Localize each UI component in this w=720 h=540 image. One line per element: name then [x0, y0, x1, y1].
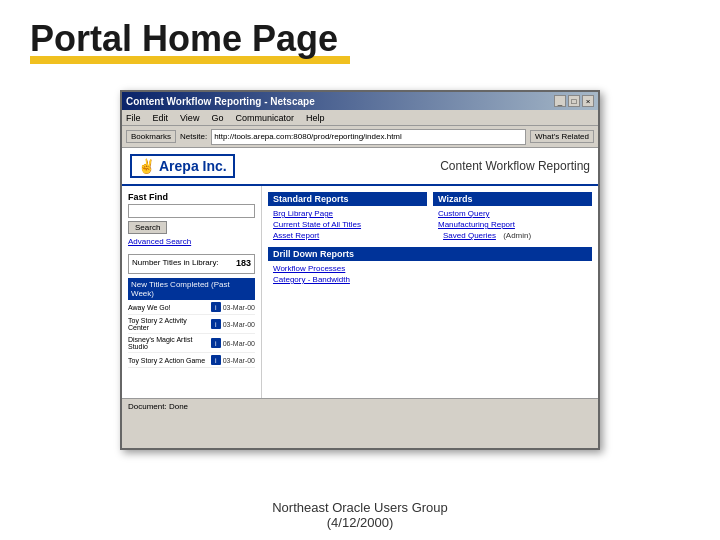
arepa-peace-icon: ✌ [138, 158, 155, 174]
title-name: Toy Story 2 Action Game [128, 357, 209, 364]
title-date: 03-Mar-00 [223, 357, 255, 364]
menu-edit[interactable]: Edit [153, 113, 169, 123]
saved-queries-badge: (Admin) [503, 231, 531, 240]
fast-find-label: Fast Find [128, 192, 255, 202]
browser-titlebar: Content Workflow Reporting - Netscape _ … [122, 92, 598, 110]
saved-queries-row: Saved Queries (Admin) [433, 230, 592, 241]
top-reports-row: Standard Reports Brg Library Page Curren… [268, 192, 592, 247]
list-item: Disney's Magic Artist Studio i 06-Mar-00 [128, 334, 255, 353]
menu-help[interactable]: Help [306, 113, 325, 123]
arepa-name: Arepa Inc. [159, 158, 227, 174]
saved-queries-link[interactable]: Saved Queries [438, 230, 501, 241]
credits-line1: Northeast Oracle Users Group [0, 500, 720, 515]
new-titles-header: New Titles Completed (Past Week) [128, 278, 255, 300]
info-icon[interactable]: i [211, 319, 221, 329]
title-date: 03-Mar-00 [223, 304, 255, 311]
browser-statusbar: Document: Done [122, 398, 598, 414]
close-button[interactable]: × [582, 95, 594, 107]
standard-reports-col: Standard Reports Brg Library Page Curren… [268, 192, 427, 247]
title-name: Disney's Magic Artist Studio [128, 336, 209, 350]
fast-find-input[interactable] [128, 204, 255, 218]
main-content: Fast Find Search Advanced Search Number … [122, 186, 598, 398]
title-name: Away We Go! [128, 304, 209, 311]
address-bar[interactable] [211, 129, 526, 145]
stats-section: Number Titles in Library: 183 [128, 254, 255, 274]
browser-toolbar: Bookmarks Netsite: What's Related [122, 126, 598, 148]
browser-window: Content Workflow Reporting - Netscape _ … [120, 90, 600, 450]
info-icon[interactable]: i [211, 338, 221, 348]
drill-down-section: Drill Down Reports Workflow Processes Ca… [268, 247, 592, 285]
arepa-logo-box: ✌ Arepa Inc. [130, 154, 235, 178]
maximize-button[interactable]: □ [568, 95, 580, 107]
minimize-button[interactable]: _ [554, 95, 566, 107]
info-icon[interactable]: i [211, 355, 221, 365]
current-state-link[interactable]: Current State of All Titles [268, 219, 427, 230]
title-items-list: Away We Go! i 03-Mar-00 Toy Story 2 Acti… [128, 300, 255, 368]
bottom-credits: Northeast Oracle Users Group (4/12/2000) [0, 500, 720, 530]
workflow-processes-link[interactable]: Workflow Processes [268, 263, 592, 274]
asset-report-link[interactable]: Asset Report [268, 230, 427, 241]
page-title-area: Portal Home Page [0, 0, 720, 72]
browser-title-text: Content Workflow Reporting - Netscape [126, 96, 315, 107]
manufacturing-report-link[interactable]: Manufacturing Report [433, 219, 592, 230]
advanced-search-link[interactable]: Advanced Search [128, 237, 191, 246]
num-titles-label: Number Titles in Library: [132, 258, 219, 268]
wizards-header: Wizards [433, 192, 592, 206]
stats-row: Number Titles in Library: 183 [132, 258, 251, 268]
credits-line2: (4/12/2000) [0, 515, 720, 530]
titlebar-buttons: _ □ × [554, 95, 594, 107]
status-text: Document: Done [128, 402, 188, 411]
search-button[interactable]: Search [128, 221, 167, 234]
arepa-header: ✌ Arepa Inc. Content Workflow Reporting [122, 148, 598, 186]
content-workflow-title: Content Workflow Reporting [440, 159, 590, 173]
browser-content: ✌ Arepa Inc. Content Workflow Reporting … [122, 148, 598, 414]
brg-library-link[interactable]: Brg Library Page [268, 208, 427, 219]
wizards-col: Wizards Custom Query Manufacturing Repor… [433, 192, 592, 247]
menu-communicator[interactable]: Communicator [235, 113, 294, 123]
title-date: 03-Mar-00 [223, 321, 255, 328]
wizards-section: Wizards Custom Query Manufacturing Repor… [433, 192, 592, 241]
title-name: Toy Story 2 Activity Center [128, 317, 209, 331]
bookmarks-button[interactable]: Bookmarks [126, 130, 176, 143]
list-item: Away We Go! i 03-Mar-00 [128, 300, 255, 315]
standard-reports-section: Standard Reports Brg Library Page Curren… [268, 192, 427, 241]
whats-related-button[interactable]: What's Related [530, 130, 594, 143]
page-title: Portal Home Page [30, 18, 690, 60]
standard-reports-header: Standard Reports [268, 192, 427, 206]
num-titles-value: 183 [236, 258, 251, 268]
drill-down-header: Drill Down Reports [268, 247, 592, 261]
category-bandwidth-link[interactable]: Category - Bandwidth [268, 274, 592, 285]
left-panel: Fast Find Search Advanced Search Number … [122, 186, 262, 398]
arepa-logo: ✌ Arepa Inc. [130, 154, 235, 178]
netsite-label: Netsite: [180, 132, 207, 141]
menu-file[interactable]: File [126, 113, 141, 123]
browser-menubar: File Edit View Go Communicator Help [122, 110, 598, 126]
info-icon[interactable]: i [211, 302, 221, 312]
menu-view[interactable]: View [180, 113, 199, 123]
right-panel: Standard Reports Brg Library Page Curren… [262, 186, 598, 398]
list-item: Toy Story 2 Activity Center i 03-Mar-00 [128, 315, 255, 334]
list-item: Toy Story 2 Action Game i 03-Mar-00 [128, 353, 255, 368]
title-date: 06-Mar-00 [223, 340, 255, 347]
menu-go[interactable]: Go [211, 113, 223, 123]
custom-query-link[interactable]: Custom Query [433, 208, 592, 219]
